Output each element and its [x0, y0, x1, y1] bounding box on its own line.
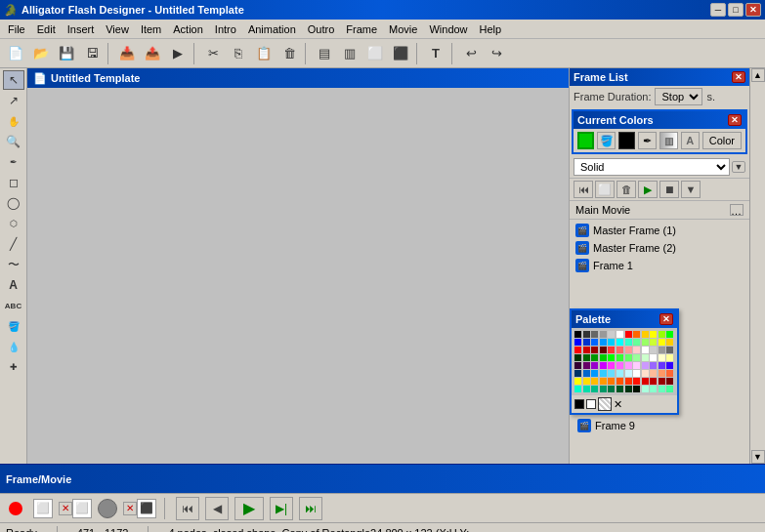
palette-white[interactable]	[586, 399, 596, 409]
frame-box-1[interactable]: ⬜	[33, 499, 53, 518]
menu-edit[interactable]: Edit	[31, 21, 62, 37]
palette-color-cell[interactable]	[600, 386, 607, 392]
tool-select[interactable]: ↖	[3, 70, 24, 90]
palette-color-cell[interactable]	[583, 331, 590, 338]
palette-color-cell[interactable]	[642, 354, 649, 361]
palette-color-cell[interactable]	[659, 386, 665, 392]
palette-color-cell[interactable]	[642, 339, 649, 346]
toolbar-save[interactable]: 💾	[55, 43, 78, 64]
keyframe-box[interactable]: ⬜	[72, 499, 92, 518]
canvas-area[interactable]: 📄 Untitled Template	[27, 68, 569, 464]
keyframe-icon[interactable]: ✕	[59, 502, 72, 515]
menu-item[interactable]: Item	[135, 21, 167, 37]
menu-movie[interactable]: Movie	[383, 21, 423, 37]
palette-color-cell[interactable]	[659, 331, 665, 338]
palette-color-cell[interactable]	[591, 339, 598, 346]
palette-color-cell[interactable]	[650, 339, 657, 346]
palette-color-cell[interactable]	[600, 370, 607, 377]
palette-color-cell[interactable]	[633, 347, 640, 353]
palette-color-cell[interactable]	[574, 339, 581, 346]
stop-x-icon[interactable]: ✕	[123, 502, 137, 515]
frame-item-9[interactable]: 🎬 Frame 9	[575, 417, 744, 434]
palette-color-cell[interactable]	[608, 354, 615, 361]
palette-color-cell[interactable]	[583, 386, 590, 392]
palette-color-cell[interactable]	[666, 378, 673, 385]
toolbar-cut[interactable]: ✂	[201, 43, 225, 64]
tool-pen[interactable]: ✒	[3, 152, 24, 172]
palette-color-cell[interactable]	[633, 354, 640, 361]
menu-animation[interactable]: Animation	[242, 21, 302, 37]
stroke-color-swatch[interactable]	[618, 132, 635, 149]
toolbar-align[interactable]: ▤	[313, 43, 336, 64]
frame-tool-options[interactable]: ▼	[681, 181, 701, 198]
palette-color-cell[interactable]	[574, 386, 581, 392]
menu-intro[interactable]: Intro	[209, 21, 242, 37]
palette-color-cell[interactable]	[591, 378, 598, 385]
palette-color-cell[interactable]	[642, 370, 649, 377]
palette-color-cell[interactable]	[574, 362, 581, 369]
toolbar-text[interactable]: T	[424, 43, 447, 64]
palette-color-cell[interactable]	[666, 354, 673, 361]
toolbar-export[interactable]: 📤	[141, 43, 164, 64]
palette-color-cell[interactable]	[616, 339, 623, 346]
palette-color-cell[interactable]	[625, 347, 632, 353]
palette-color-cell[interactable]	[659, 339, 665, 346]
toolbar-delete[interactable]: 🗑	[277, 43, 301, 64]
palette-color-cell[interactable]	[659, 378, 665, 385]
palette-color-cell[interactable]	[591, 370, 598, 377]
canvas-content[interactable]	[27, 88, 569, 464]
palette-color-cell[interactable]	[633, 331, 640, 338]
palette-color-cell[interactable]	[666, 339, 673, 346]
palette-color-cell[interactable]	[633, 378, 640, 385]
palette-color-cell[interactable]	[650, 386, 657, 392]
current-colors-close[interactable]: ✕	[728, 114, 742, 126]
palette-color-cell[interactable]	[642, 386, 649, 392]
alpha-btn[interactable]: A	[681, 132, 700, 149]
palette-color-cell[interactable]	[616, 331, 623, 338]
palette-color-cell[interactable]	[616, 370, 623, 377]
palette-color-cell[interactable]	[650, 378, 657, 385]
palette-color-cell[interactable]	[642, 378, 649, 385]
palette-color-cell[interactable]	[583, 347, 590, 353]
palette-color-cell[interactable]	[633, 339, 640, 346]
toolbar-preview[interactable]: ▶	[166, 43, 190, 64]
palette-color-cell[interactable]	[591, 386, 598, 392]
palette-color-cell[interactable]	[625, 362, 632, 369]
palette-color-cell[interactable]	[666, 347, 673, 353]
menu-insert[interactable]: Insert	[62, 21, 101, 37]
tool-hand[interactable]: ✚	[3, 357, 24, 377]
menu-action[interactable]: Action	[167, 21, 209, 37]
toolbar-copy[interactable]: ⎘	[227, 43, 250, 64]
palette-color-cell[interactable]	[600, 378, 607, 385]
palette-color-cell[interactable]	[659, 354, 665, 361]
record-button[interactable]	[4, 497, 27, 520]
pencil-btn[interactable]: ✒	[638, 132, 657, 149]
frame-item-1[interactable]: 🎬 Frame 1	[574, 257, 745, 274]
frame-duration-select[interactable]: Stop 1 2 5	[655, 88, 702, 105]
right-scrollbar[interactable]: ▲ ▼	[749, 68, 765, 464]
palette-color-cell[interactable]	[650, 354, 657, 361]
palette-color-cell[interactable]	[625, 331, 632, 338]
frame-list-close[interactable]: ✕	[732, 71, 745, 83]
palette-color-cell[interactable]	[583, 378, 590, 385]
palette-color-cell[interactable]	[608, 339, 615, 346]
palette-close[interactable]: ✕	[659, 313, 673, 325]
palette-color-cell[interactable]	[583, 339, 590, 346]
toolbar-undo[interactable]: ↩	[459, 43, 483, 64]
frame-tool-play[interactable]: ▶	[638, 181, 658, 198]
scroll-down[interactable]: ▼	[751, 450, 765, 464]
palette-color-cell[interactable]	[591, 362, 598, 369]
toolbar-import[interactable]: 📥	[115, 43, 139, 64]
palette-color-cell[interactable]	[583, 354, 590, 361]
palette-color-cell[interactable]	[659, 370, 665, 377]
tool-select2[interactable]: ↗	[3, 91, 24, 110]
palette-color-cell[interactable]	[642, 331, 649, 338]
toolbar-save-as[interactable]: 🖫	[80, 43, 104, 64]
tool-pan[interactable]: ✋	[3, 111, 24, 131]
palette-color-cell[interactable]	[625, 386, 632, 392]
palette-color-cell[interactable]	[625, 370, 632, 377]
palette-color-cell[interactable]	[591, 354, 598, 361]
frame-tool-back[interactable]: ⏮	[574, 181, 593, 198]
palette-color-cell[interactable]	[600, 362, 607, 369]
menu-window[interactable]: Window	[423, 21, 473, 37]
